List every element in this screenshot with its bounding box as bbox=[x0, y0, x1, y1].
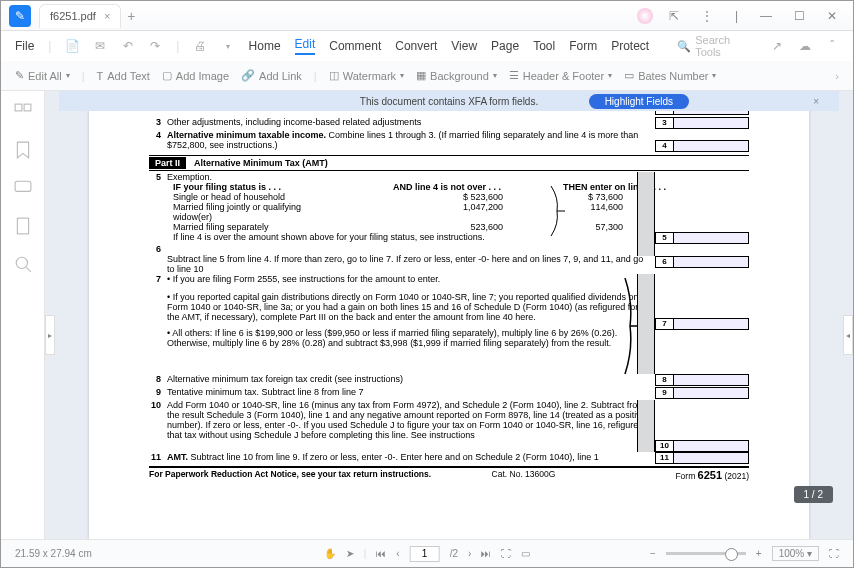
last-page-button[interactable]: ⏭ bbox=[481, 548, 491, 559]
page-total: /2 bbox=[450, 548, 458, 559]
field-10[interactable] bbox=[673, 440, 749, 452]
zoom-in-button[interactable]: + bbox=[756, 548, 762, 559]
fit-width-icon[interactable]: ⛶ bbox=[501, 548, 511, 559]
minimize-button[interactable]: — bbox=[754, 7, 778, 25]
expand-right-icon[interactable]: ◂ bbox=[843, 315, 853, 355]
new-tab-button[interactable]: + bbox=[127, 8, 135, 24]
header-footer-button[interactable]: ☰Header & Footer▾ bbox=[509, 69, 612, 82]
zoom-level[interactable]: 100% ▾ bbox=[772, 546, 819, 561]
zoom-slider[interactable] bbox=[666, 552, 746, 555]
close-tab-icon[interactable]: × bbox=[104, 10, 110, 22]
field-6[interactable] bbox=[673, 256, 749, 268]
svg-rect-1 bbox=[24, 104, 31, 111]
svg-rect-0 bbox=[15, 104, 22, 111]
search-tools[interactable]: 🔍 Search Tools bbox=[677, 34, 756, 58]
xfa-banner: This document contains XFA form fields. … bbox=[59, 91, 839, 111]
print-icon[interactable]: 🖨 bbox=[193, 39, 207, 53]
menu-home[interactable]: Home bbox=[249, 39, 281, 53]
svg-line-5 bbox=[26, 267, 31, 272]
pdf-page: s Income from certain installment sales … bbox=[89, 91, 809, 539]
field-5[interactable] bbox=[673, 232, 749, 244]
add-link-button[interactable]: 🔗Add Link bbox=[241, 69, 302, 82]
banner-text: This document contains XFA form fields. bbox=[360, 96, 538, 107]
share-icon[interactable]: ⇱ bbox=[663, 7, 685, 25]
scroll-right-icon[interactable]: › bbox=[835, 70, 839, 82]
add-text-button[interactable]: TAdd Text bbox=[97, 70, 150, 82]
menu-page[interactable]: Page bbox=[491, 39, 519, 53]
comment-icon[interactable] bbox=[14, 179, 32, 197]
attachment-icon[interactable] bbox=[14, 217, 32, 235]
external-icon[interactable]: ↗ bbox=[770, 39, 784, 53]
banner-close-icon[interactable]: × bbox=[813, 96, 819, 107]
search-icon: 🔍 bbox=[677, 39, 691, 53]
app-icon bbox=[9, 5, 31, 27]
search-placeholder: Search Tools bbox=[695, 34, 756, 58]
close-window-button[interactable]: ✕ bbox=[821, 7, 843, 25]
field-8[interactable] bbox=[673, 374, 749, 386]
next-page-button[interactable]: › bbox=[468, 548, 471, 559]
page-indicator-badge: 1 / 2 bbox=[794, 486, 833, 503]
prev-page-button[interactable]: ‹ bbox=[396, 548, 399, 559]
fullscreen-icon[interactable]: ⛶ bbox=[829, 548, 839, 559]
find-icon[interactable] bbox=[14, 255, 32, 273]
menu-view[interactable]: View bbox=[451, 39, 477, 53]
menu-protect[interactable]: Protect bbox=[611, 39, 649, 53]
watermark-button[interactable]: ◫Watermark▾ bbox=[329, 69, 404, 82]
maximize-button[interactable]: ☐ bbox=[788, 7, 811, 25]
first-page-button[interactable]: ⏮ bbox=[376, 548, 386, 559]
svg-point-4 bbox=[16, 257, 27, 268]
menu-convert[interactable]: Convert bbox=[395, 39, 437, 53]
svg-rect-2 bbox=[15, 181, 31, 191]
bookmark-icon[interactable] bbox=[14, 141, 32, 159]
menu-edit[interactable]: Edit bbox=[295, 37, 316, 55]
divider: | bbox=[729, 7, 744, 25]
thumbnails-icon[interactable] bbox=[14, 103, 32, 121]
field-7[interactable] bbox=[673, 318, 749, 330]
redo-icon[interactable]: ↷ bbox=[149, 39, 163, 53]
field-4[interactable] bbox=[673, 140, 749, 152]
expand-left-icon[interactable]: ▸ bbox=[45, 315, 55, 355]
paperwork-notice: For Paperwork Reduction Act Notice, see … bbox=[149, 469, 431, 481]
menu-comment[interactable]: Comment bbox=[329, 39, 381, 53]
select-tool-icon[interactable]: ➤ bbox=[346, 548, 354, 559]
undo-icon[interactable]: ↶ bbox=[121, 39, 135, 53]
add-image-button[interactable]: ▢Add Image bbox=[162, 69, 229, 82]
zoom-out-button[interactable]: − bbox=[650, 548, 656, 559]
file-menu[interactable]: File bbox=[15, 39, 34, 53]
part-header: Part II bbox=[149, 157, 186, 169]
edit-all-button[interactable]: ✎Edit All▾ bbox=[15, 69, 70, 82]
form-number: Form 6251 (2021) bbox=[675, 469, 749, 481]
document-tab[interactable]: f6251.pdf × bbox=[39, 4, 121, 28]
caret-icon[interactable]: ▾ bbox=[221, 39, 235, 53]
bates-button[interactable]: ▭Bates Number▾ bbox=[624, 69, 716, 82]
save-icon[interactable]: 📄 bbox=[65, 39, 79, 53]
cloud-icon[interactable]: ☁ bbox=[798, 39, 812, 53]
collapse-ribbon-icon[interactable]: ˆ bbox=[825, 39, 839, 53]
field-3[interactable] bbox=[673, 117, 749, 129]
fit-page-icon[interactable]: ▭ bbox=[521, 548, 530, 559]
kebab-icon[interactable]: ⋮ bbox=[695, 7, 719, 25]
page-dimensions: 21.59 x 27.94 cm bbox=[15, 548, 92, 559]
page-number-input[interactable] bbox=[410, 546, 440, 562]
field-9[interactable] bbox=[673, 387, 749, 399]
menu-form[interactable]: Form bbox=[569, 39, 597, 53]
menu-tool[interactable]: Tool bbox=[533, 39, 555, 53]
highlight-fields-button[interactable]: Highlight Fields bbox=[589, 94, 689, 109]
hand-tool-icon[interactable]: ✋ bbox=[324, 548, 336, 559]
background-button[interactable]: ▦Background▾ bbox=[416, 69, 497, 82]
svg-rect-3 bbox=[17, 218, 28, 234]
mail-icon[interactable]: ✉ bbox=[93, 39, 107, 53]
account-avatar[interactable] bbox=[637, 8, 653, 24]
cat-no: Cat. No. 13600G bbox=[492, 469, 556, 481]
field-11[interactable] bbox=[673, 452, 749, 464]
tab-title: f6251.pdf bbox=[50, 10, 96, 22]
